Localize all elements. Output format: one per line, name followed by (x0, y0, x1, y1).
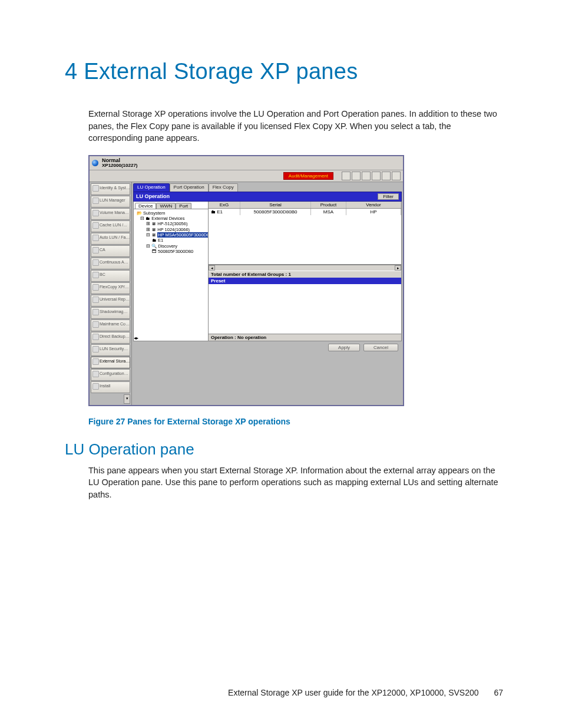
nav-item[interactable]: CA (91, 245, 130, 257)
toolbar-icon[interactable] (392, 172, 401, 180)
window-device: XP12000(10227) (102, 163, 138, 168)
preset-header: Preset (209, 278, 401, 284)
nav-item[interactable]: Universal Rep… (91, 295, 130, 307)
table-row[interactable]: 🖿 E1 500805F3000D80B0 MSA HP (209, 209, 401, 215)
preset-body (209, 284, 401, 334)
section-title: LU Operation pane (65, 440, 503, 459)
tree-node[interactable]: 📂 Subsystem (134, 210, 207, 216)
nav-item[interactable]: Direct Backup… (91, 332, 130, 344)
nav-item[interactable]: Identity & Syst… (91, 183, 130, 195)
toolbar-icon[interactable] (342, 172, 351, 180)
figure-screenshot: Normal XP12000(10227) Audit/Management I… (88, 155, 404, 406)
pane-title: LU Operation (136, 193, 170, 199)
toolbar-icon[interactable] (362, 172, 371, 180)
tree-tab-port[interactable]: Port (176, 203, 191, 209)
col-serial[interactable]: Serial (240, 202, 311, 208)
tree-node[interactable]: ⊞ 🖥 HP-512(30056) (134, 221, 207, 226)
pane-header: LU Operation Filter (133, 192, 402, 202)
nav-sidebar: Identity & Syst… LUN Manager Volume Mana… (90, 182, 132, 405)
table-header: ExG Serial Product Vendor (209, 202, 401, 209)
footer-text: External Storage XP user guide for the X… (228, 688, 478, 697)
tree-scrollbar[interactable]: ◂▸ (134, 335, 208, 341)
nav-item[interactable]: Continuous A… (91, 258, 130, 269)
tree-node[interactable]: ⊟ 🖥 HP MSAr500805F3000D8 (134, 232, 207, 238)
nav-item[interactable]: FlexCopy XP/… (91, 282, 130, 294)
chapter-title: 4 External Storage XP panes (65, 59, 503, 84)
table-scrollbar[interactable]: ◂▸ (209, 265, 401, 271)
page-footer: External Storage XP user guide for the X… (228, 688, 503, 697)
window-toolbar: Audit/Management (90, 170, 403, 182)
cancel-button[interactable]: Cancel (363, 344, 398, 351)
nav-item[interactable]: Shadowimag… (91, 307, 130, 319)
scroll-down-icon[interactable]: ▾ (124, 394, 130, 404)
tree-node[interactable]: ⊟ 🔍 Discovery (134, 243, 207, 249)
tree-tab-wwn[interactable]: WWN (156, 203, 176, 209)
col-product[interactable]: Product (311, 202, 346, 208)
toolbar-icon[interactable] (352, 172, 361, 180)
nav-item[interactable]: Mainframe Co… (91, 319, 130, 331)
nav-item[interactable]: Volume Mana… (91, 208, 130, 220)
toolbar-icon[interactable] (372, 172, 381, 180)
section-paragraph: This pane appears when you start Externa… (88, 465, 503, 501)
apply-button[interactable]: Apply (328, 344, 360, 351)
toolbar-icon[interactable] (382, 172, 391, 180)
nav-item[interactable]: BC (91, 270, 130, 282)
alert-badge: Audit/Management (283, 172, 333, 180)
operation-status: Operation : No operation (209, 334, 401, 341)
nav-item[interactable]: Install (91, 381, 130, 393)
nav-item[interactable]: Cache LUN /… (91, 220, 130, 232)
tab-lu-operation[interactable]: LU Operation (133, 183, 170, 192)
page-number: 67 (494, 688, 503, 697)
tree-node[interactable]: ⊟ 🖿 External Devices (134, 216, 207, 221)
nav-item[interactable]: Configuration… (91, 369, 130, 381)
app-orb-icon (92, 160, 98, 166)
status-total: Total number of External Groups : 1 (209, 271, 401, 278)
col-vendor[interactable]: Vendor (346, 202, 401, 208)
device-tree[interactable]: 📂 Subsystem ⊟ 🖿 External Devices ⊞ 🖥 HP-… (134, 209, 208, 335)
tree-node[interactable]: 🖿 E1 (134, 238, 207, 243)
tab-port-operation[interactable]: Port Operation (170, 183, 209, 192)
figure-caption: Figure 27 Panes for External Storage XP … (88, 417, 503, 426)
window-header: Normal XP12000(10227) (90, 156, 403, 170)
nav-item[interactable]: LUN Manager (91, 196, 130, 207)
filter-button[interactable]: Filter (378, 193, 399, 200)
tab-flex-copy[interactable]: Flex Copy (209, 183, 238, 192)
tree-tab-device[interactable]: Device (135, 203, 156, 209)
nav-item[interactable]: LUN Security… (91, 344, 130, 356)
col-exg[interactable]: ExG (209, 202, 240, 208)
intro-paragraph: External Storage XP operations involve t… (88, 108, 503, 144)
tabs-row: LU Operation Port Operation Flex Copy (133, 183, 402, 192)
tree-node[interactable]: 🗔 500805F3000D80 (134, 249, 207, 254)
nav-item-selected[interactable]: External Stora… (91, 357, 130, 368)
nav-item[interactable]: Auto LUN / Fa… (91, 233, 130, 245)
tree-node[interactable]: ⊞ 🖥 HP 1024(10066) (134, 227, 207, 232)
